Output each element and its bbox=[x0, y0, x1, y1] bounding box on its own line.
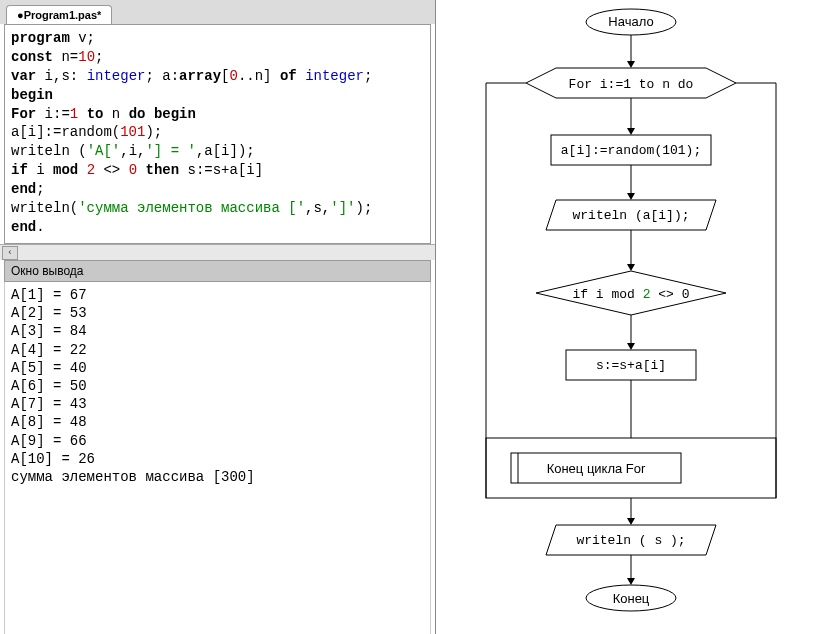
svg-text:writeln ( s );: writeln ( s ); bbox=[576, 533, 685, 548]
flowchart-diagram: Начало For i:=1 to n do a[i]:=random(101… bbox=[466, 8, 796, 624]
svg-marker-19 bbox=[627, 264, 635, 271]
file-tab[interactable]: ●Program1.pas* bbox=[6, 5, 112, 24]
flowchart-pane: Начало For i:=1 to n do a[i]:=random(101… bbox=[436, 0, 814, 634]
horizontal-scrollbar[interactable]: ‹ bbox=[0, 244, 435, 260]
svg-marker-15 bbox=[627, 193, 635, 200]
svg-text:Конец: Конец bbox=[613, 591, 650, 606]
code-editor[interactable]: program v;const n=10;var i,s: integer; a… bbox=[5, 25, 430, 243]
svg-text:if i mod 2 <> 0: if i mod 2 <> 0 bbox=[572, 287, 689, 302]
svg-marker-36 bbox=[627, 578, 635, 585]
svg-marker-23 bbox=[627, 343, 635, 350]
svg-text:writeln (a[i]);: writeln (a[i]); bbox=[572, 208, 689, 223]
svg-text:For i:=1 to n do: For i:=1 to n do bbox=[569, 77, 694, 92]
svg-text:Начало: Начало bbox=[608, 14, 653, 29]
scroll-left-icon[interactable]: ‹ bbox=[2, 246, 18, 260]
svg-marker-3 bbox=[627, 61, 635, 68]
editor-container: program v;const n=10;var i,s: integer; a… bbox=[4, 24, 431, 244]
output-panel: A[1] = 67 A[2] = 53 A[3] = 84 A[4] = 22 … bbox=[4, 282, 431, 634]
tab-bar: ●Program1.pas* bbox=[0, 0, 435, 24]
svg-marker-11 bbox=[627, 128, 635, 135]
svg-text:a[i]:=random(101);: a[i]:=random(101); bbox=[561, 143, 701, 158]
svg-text:s:=s+a[i]: s:=s+a[i] bbox=[596, 358, 666, 373]
svg-marker-32 bbox=[627, 518, 635, 525]
editor-pane: ●Program1.pas* program v;const n=10;var … bbox=[0, 0, 436, 634]
svg-text:Конец цикла For: Конец цикла For bbox=[547, 461, 646, 476]
output-panel-header: Окно вывода bbox=[4, 260, 431, 282]
